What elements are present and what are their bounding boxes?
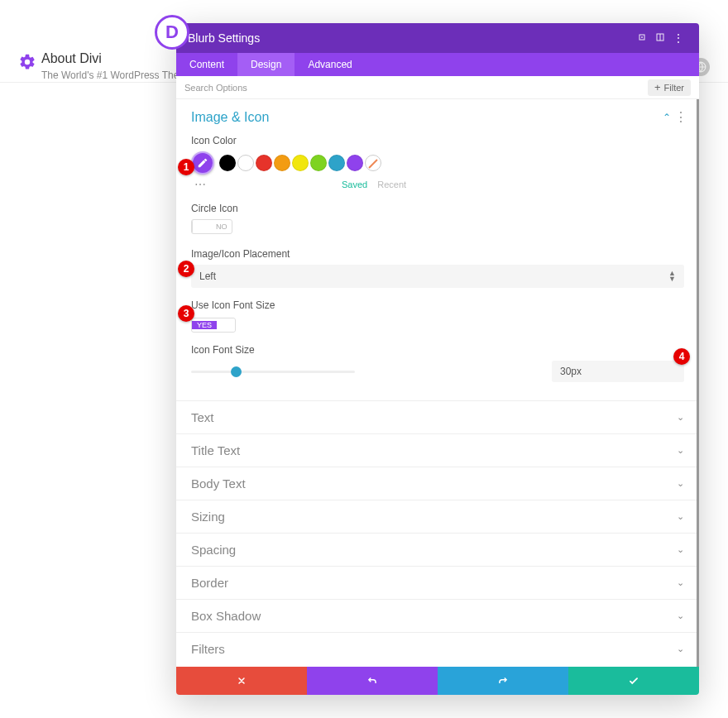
swatch-tab-recent[interactable]: Recent bbox=[377, 180, 406, 191]
swatch-yellow[interactable] bbox=[292, 155, 309, 171]
font-size-slider[interactable] bbox=[191, 371, 355, 373]
accordion-label: Title Text bbox=[191, 443, 240, 457]
filter-button[interactable]: + Filter bbox=[648, 79, 691, 96]
circle-icon-label: Circle Icon bbox=[191, 203, 684, 214]
panel-header: Blurb Settings ⋮ bbox=[176, 23, 699, 53]
panel-tabs: Content Design Advanced bbox=[176, 53, 699, 76]
accordion-spacing[interactable]: Spacing⌄ bbox=[176, 533, 699, 566]
placement-value: Left bbox=[199, 270, 216, 282]
step-marker-2: 2 bbox=[178, 261, 194, 277]
swatch-tab-saved[interactable]: Saved bbox=[342, 180, 367, 191]
accordion-title-text[interactable]: Title Text⌄ bbox=[176, 433, 699, 467]
chevron-down-icon: ⌄ bbox=[677, 610, 684, 621]
swatch-red[interactable] bbox=[256, 155, 272, 171]
undo-button[interactable] bbox=[307, 667, 438, 695]
swatch-color-picker[interactable] bbox=[191, 151, 214, 175]
accordion-label: Spacing bbox=[191, 543, 236, 557]
panel-kebab-icon[interactable]: ⋮ bbox=[669, 31, 687, 45]
accordion-label: Box Shadow bbox=[191, 609, 261, 623]
page-title: About Divi bbox=[41, 51, 102, 66]
step-marker-4: 4 bbox=[673, 348, 690, 365]
step-marker-3: 3 bbox=[178, 305, 194, 322]
expand-icon[interactable] bbox=[633, 31, 651, 45]
accordion-border[interactable]: Border⌄ bbox=[176, 566, 699, 599]
placement-select[interactable]: Left ▲▼ bbox=[191, 265, 684, 288]
divi-logo: D bbox=[155, 15, 189, 50]
panel-title: Blurb Settings bbox=[188, 31, 633, 45]
font-size-input[interactable]: 30px bbox=[552, 361, 684, 382]
use-font-size-label: Use Icon Font Size bbox=[191, 299, 684, 311]
chevron-down-icon: ⌄ bbox=[677, 644, 684, 654]
chevron-down-icon: ⌄ bbox=[677, 412, 684, 423]
accordion-label: Body Text bbox=[191, 476, 246, 491]
tab-content[interactable]: Content bbox=[176, 53, 237, 76]
swatch-blue[interactable] bbox=[328, 155, 345, 171]
section-title: Image & Icon bbox=[191, 110, 659, 125]
panel-footer bbox=[176, 667, 699, 695]
tab-design[interactable]: Design bbox=[237, 53, 295, 76]
search-bar: Search Options + Filter bbox=[176, 76, 699, 99]
chevron-down-icon: ⌄ bbox=[677, 478, 684, 489]
filter-label: Filter bbox=[664, 83, 684, 93]
circle-icon-value: NO bbox=[212, 223, 232, 231]
accordion-filters[interactable]: Filters⌄ bbox=[176, 632, 699, 665]
circle-icon-toggle[interactable]: NO bbox=[191, 219, 232, 234]
search-input[interactable]: Search Options bbox=[184, 83, 247, 93]
accordion-label: Border bbox=[191, 576, 228, 590]
save-button[interactable] bbox=[568, 667, 699, 695]
accordion-box-shadow[interactable]: Box Shadow⌄ bbox=[176, 599, 699, 632]
svg-point-2 bbox=[642, 37, 643, 38]
swatch-purple[interactable] bbox=[347, 155, 363, 171]
swatch-none[interactable] bbox=[365, 155, 381, 171]
font-size-label: Icon Font Size bbox=[191, 344, 684, 356]
swatch-green[interactable] bbox=[310, 155, 327, 171]
accordion-label: Text bbox=[191, 410, 214, 424]
icon-color-label: Icon Color bbox=[191, 135, 684, 146]
accordion-body-text[interactable]: Body Text⌄ bbox=[176, 467, 699, 500]
layout-icon[interactable] bbox=[651, 31, 669, 45]
chevron-down-icon: ⌄ bbox=[677, 445, 684, 456]
placement-label: Image/Icon Placement bbox=[191, 248, 684, 260]
accordion-label: Sizing bbox=[191, 510, 225, 524]
section-image-icon: Image & Icon ⌃ ⋮ Icon Color ⋯ Saved Rece… bbox=[176, 99, 699, 400]
accordion-text[interactable]: Text⌄ bbox=[176, 400, 699, 433]
chevron-down-icon: ⌄ bbox=[677, 511, 684, 522]
use-font-size-value: YES bbox=[192, 321, 217, 329]
section-kebab-icon[interactable]: ⋮ bbox=[674, 109, 684, 125]
more-colors-icon[interactable]: ⋯ bbox=[191, 178, 209, 191]
swatch-white[interactable] bbox=[237, 155, 254, 171]
chevron-down-icon: ⌄ bbox=[677, 577, 684, 588]
use-font-size-toggle[interactable]: YES bbox=[191, 318, 236, 333]
swatch-black[interactable] bbox=[219, 155, 236, 171]
accordion-label: Filters bbox=[191, 642, 225, 656]
accordion-sizing[interactable]: Sizing⌄ bbox=[176, 500, 699, 533]
select-caret-icon: ▲▼ bbox=[668, 270, 676, 282]
panel-body: Image & Icon ⌃ ⋮ Icon Color ⋯ Saved Rece… bbox=[176, 99, 699, 667]
settings-panel: Blurb Settings ⋮ Content Design Advanced… bbox=[176, 23, 699, 695]
step-marker-1: 1 bbox=[178, 159, 194, 175]
tab-advanced[interactable]: Advanced bbox=[295, 53, 365, 76]
redo-button[interactable] bbox=[438, 667, 568, 695]
slider-thumb[interactable] bbox=[231, 366, 242, 377]
color-swatches bbox=[191, 151, 684, 175]
chevron-down-icon: ⌄ bbox=[677, 544, 684, 555]
collapse-icon[interactable]: ⌃ bbox=[659, 112, 674, 123]
swatch-orange[interactable] bbox=[274, 155, 290, 171]
cancel-button[interactable] bbox=[176, 667, 307, 695]
gear-icon bbox=[18, 53, 36, 71]
